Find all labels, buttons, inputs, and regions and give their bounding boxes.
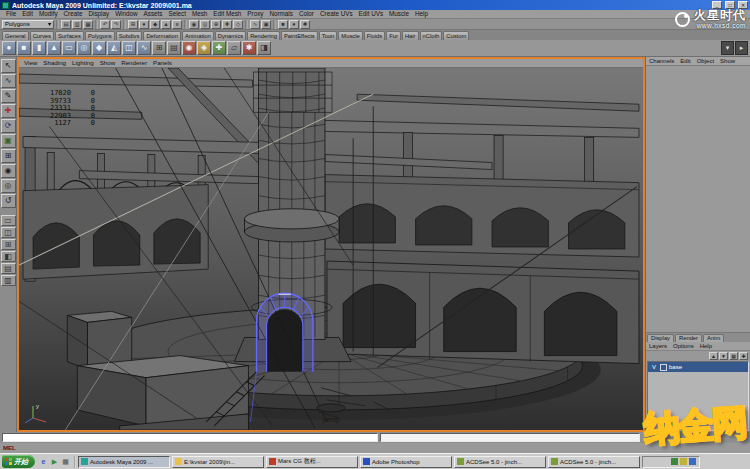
scale-tool-icon[interactable]: ▣ — [1, 134, 16, 148]
poly-cylinder-icon[interactable]: ▮ — [32, 41, 46, 55]
combine-icon[interactable]: ⊞ — [152, 41, 166, 55]
doorway-opening[interactable] — [267, 309, 303, 371]
ie-quicklaunch-icon[interactable]: e — [39, 457, 48, 466]
minimize-button[interactable]: _ — [712, 1, 722, 9]
layout-outliner-icon[interactable]: ◧ — [1, 251, 16, 262]
maximize-button[interactable]: □ — [725, 1, 735, 9]
layer-help-menu[interactable]: Help — [697, 342, 715, 350]
layout-horizontal-icon[interactable]: ▤ — [1, 263, 16, 274]
open-scene-icon[interactable]: ▥ — [72, 20, 82, 29]
object-menu[interactable]: Object — [694, 57, 717, 65]
status-divider[interactable] — [95, 20, 98, 29]
status-divider[interactable] — [123, 20, 126, 29]
layout-split-icon[interactable]: ◫ — [1, 227, 16, 238]
menu-edit-uvs[interactable]: Edit UVs — [356, 10, 387, 18]
menu-display[interactable]: Display — [85, 10, 112, 18]
status-divider[interactable] — [273, 20, 276, 29]
taskbar-item-marscg[interactable]: Mars CG 教程... — [266, 456, 358, 468]
shelf-tab-general[interactable]: General — [2, 31, 29, 40]
media-quicklaunch-icon[interactable]: ▶ — [50, 457, 59, 466]
paint-select-tool-icon[interactable]: ✎ — [1, 89, 16, 103]
lasso-tool-icon[interactable]: ∿ — [1, 74, 16, 88]
layout-single-icon[interactable]: ▭ — [1, 215, 16, 226]
move-layer-down-icon[interactable]: ▼ — [719, 352, 728, 360]
smooth-icon[interactable]: ◉ — [182, 41, 196, 55]
panel-menu-shading[interactable]: Shading — [40, 59, 69, 67]
layer-visibility-toggle[interactable]: V — [650, 363, 658, 372]
layer-list[interactable]: V base — [647, 361, 749, 431]
snap-plane-icon[interactable]: ✚ — [222, 20, 232, 29]
shelf-menu-icon[interactable]: ▾ — [721, 41, 734, 55]
shelf-tab-surfaces[interactable]: Surfaces — [55, 31, 84, 40]
layers-menu[interactable]: Layers — [646, 342, 670, 350]
menu-color[interactable]: Color — [296, 10, 317, 18]
soft-mod-tool-icon[interactable]: ◉ — [1, 164, 16, 178]
left-arcade[interactable] — [23, 185, 208, 280]
panel-menu-panels[interactable]: Panels — [150, 59, 175, 67]
rotate-tool-icon[interactable]: ⟳ — [1, 119, 16, 133]
poly-helix-icon[interactable]: ∿ — [137, 41, 151, 55]
save-scene-icon[interactable]: ▦ — [83, 20, 93, 29]
shelf-tab-animation[interactable]: Animation — [182, 31, 214, 40]
shelf-tab-muscle[interactable]: Muscle — [338, 31, 362, 40]
channel-box-body[interactable] — [646, 66, 750, 332]
taskbar-item-folder[interactable]: E:\kvstar 2009\jin... — [172, 456, 264, 468]
shelf-tab-curves[interactable]: Curves — [30, 31, 54, 40]
snap-point-icon[interactable]: ⊕ — [211, 20, 221, 29]
panel-menu-view[interactable]: View — [21, 59, 40, 67]
history-icon[interactable]: ∿ — [250, 20, 260, 29]
poly-pyramid-icon[interactable]: ◭ — [107, 41, 121, 55]
menu-modify[interactable]: Modify — [36, 10, 61, 18]
taskbar-item-photoshop[interactable]: Adobe Photoshop — [360, 456, 452, 468]
select-object-icon[interactable]: ● — [139, 20, 149, 29]
menu-assets[interactable]: Assets — [141, 10, 166, 18]
select-tool-icon[interactable]: ↖ — [1, 59, 16, 73]
menuset-selector[interactable]: Polygons▾ — [2, 20, 54, 29]
select-component-icon[interactable]: ◆ — [150, 20, 160, 29]
new-empty-layer-icon[interactable]: ▦ — [729, 352, 738, 360]
poly-prism-icon[interactable]: ◆ — [92, 41, 106, 55]
tab-display-layers[interactable]: Display — [647, 334, 674, 342]
tab-anim-layers[interactable]: Anim — [703, 334, 724, 342]
taskbar-item-maya[interactable]: Autodesk Maya 2009 ... — [78, 456, 170, 468]
shelf-tab-deformation[interactable]: Deformation — [143, 31, 181, 40]
status-divider[interactable] — [56, 20, 59, 29]
show-manip-tool-icon[interactable]: ◎ — [1, 179, 16, 193]
tray-icon-3[interactable] — [689, 458, 696, 465]
shelf-tab-hair[interactable]: Hair — [402, 31, 419, 40]
menu-file[interactable]: File — [3, 10, 19, 18]
panel-menu-renderer[interactable]: Renderer — [118, 59, 150, 67]
menu-muscle[interactable]: Muscle — [386, 10, 412, 18]
menu-normals[interactable]: Normals — [266, 10, 295, 18]
command-line-result[interactable] — [380, 433, 640, 442]
snap-curve-icon[interactable]: ◎ — [200, 20, 210, 29]
split-icon[interactable]: ▱ — [227, 41, 241, 55]
mel-mode-label[interactable]: MEL — [3, 444, 16, 453]
status-divider[interactable] — [245, 20, 248, 29]
boolean-icon[interactable]: ✱ — [242, 41, 256, 55]
shelf-tab-dynamics[interactable]: Dynamics — [215, 31, 246, 40]
menu-edit[interactable]: Edit — [19, 10, 36, 18]
shelf-tab-custom[interactable]: Custom — [443, 31, 469, 40]
bevel-icon[interactable]: ◈ — [197, 41, 211, 55]
extrude-icon[interactable]: ▤ — [167, 41, 181, 55]
shelf-tab-painteffects[interactable]: PaintEffects — [281, 31, 318, 40]
mask-points-icon[interactable]: ▲ — [161, 20, 171, 29]
edit-menu[interactable]: Edit — [677, 57, 693, 65]
tab-render-layers[interactable]: Render — [675, 334, 702, 342]
channels-menu[interactable]: Channels — [646, 57, 677, 65]
universal-manip-tool-icon[interactable]: ⊞ — [1, 149, 16, 163]
poly-torus-icon[interactable]: ◎ — [77, 41, 91, 55]
last-tool-icon[interactable]: ↺ — [1, 194, 16, 208]
move-tool-icon[interactable]: ✚ — [1, 104, 16, 118]
poly-sphere-icon[interactable]: ● — [2, 41, 16, 55]
perspective-viewport[interactable]: 170200 397330 233310 229030 11270 persp … — [19, 68, 643, 430]
construction-icon[interactable]: ▣ — [261, 20, 271, 29]
snap-grid-icon[interactable]: ◉ — [189, 20, 199, 29]
shelf-tab-ncloth[interactable]: nCloth — [420, 31, 443, 40]
tray-icon-2[interactable] — [680, 458, 687, 465]
snap-surface-icon[interactable]: ◇ — [233, 20, 243, 29]
show-menu[interactable]: Show — [717, 57, 738, 65]
new-scene-icon[interactable]: ▤ — [61, 20, 71, 29]
shelf-edit-icon[interactable]: ▸ — [735, 41, 748, 55]
